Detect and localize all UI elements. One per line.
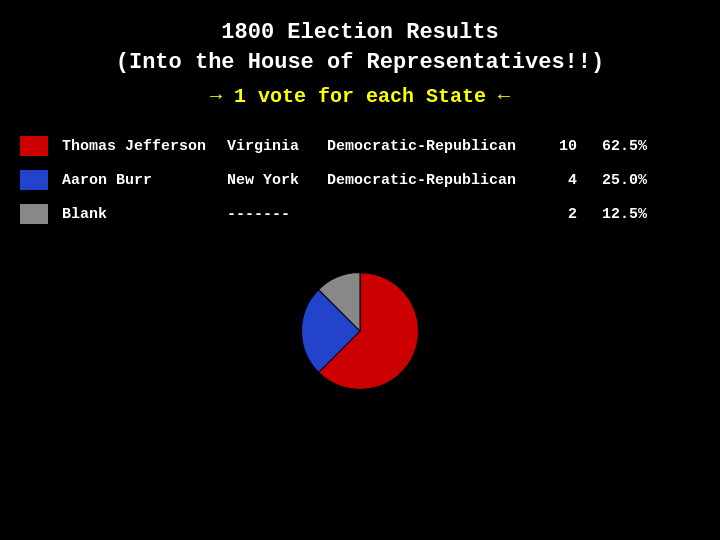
candidate-name: Blank [62,206,227,223]
color-swatch [20,204,48,224]
candidate-state: New York [227,172,327,189]
candidate-party: Democratic-Republican [327,138,537,155]
candidate-percent: 12.5% [587,206,647,223]
candidate-percent: 62.5% [587,138,647,155]
candidate-votes: 2 [537,206,577,223]
election-title: 1800 Election Results (Into the House of… [116,18,604,77]
color-swatch [20,136,48,156]
pie-chart [295,266,425,396]
candidate-party: Democratic-Republican [327,172,537,189]
chart-area [295,266,425,396]
candidate-name: Aaron Burr [62,172,227,189]
color-swatch [20,170,48,190]
page: 1800 Election Results (Into the House of… [0,0,720,540]
candidate-state: ------- [227,206,327,223]
candidate-name: Thomas Jefferson [62,138,227,155]
candidate-votes: 4 [537,172,577,189]
candidate-state: Virginia [227,138,327,155]
candidate-percent: 25.0% [587,172,647,189]
table-row: Blank-------212.5% [20,204,700,224]
results-table: Thomas JeffersonVirginiaDemocratic-Repub… [20,136,700,238]
subtitle: → 1 vote for each State ← [210,85,510,108]
table-row: Aaron BurrNew YorkDemocratic-Republican4… [20,170,700,190]
candidate-votes: 10 [537,138,577,155]
table-row: Thomas JeffersonVirginiaDemocratic-Repub… [20,136,700,156]
